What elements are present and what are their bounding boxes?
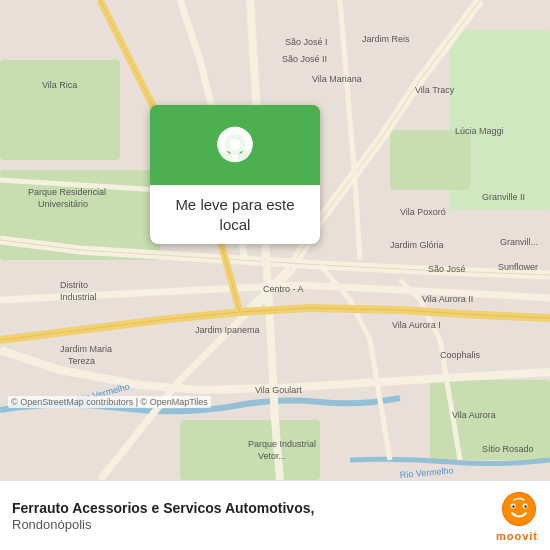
- svg-rect-1: [0, 60, 120, 160]
- popup-icon-area: [150, 105, 320, 185]
- place-city: Rondonópolis: [12, 517, 496, 532]
- svg-text:Vila Goulart: Vila Goulart: [255, 385, 302, 395]
- moovit-brand-text: moovit: [496, 530, 538, 542]
- svg-text:Sunflower: Sunflower: [498, 262, 538, 272]
- svg-text:Sítio Rosado: Sítio Rosado: [482, 444, 534, 454]
- svg-text:São José: São José: [428, 264, 466, 274]
- svg-text:Centro - A: Centro - A: [263, 284, 304, 294]
- svg-text:Distrito: Distrito: [60, 280, 88, 290]
- svg-text:São José II: São José II: [282, 54, 327, 64]
- moovit-face-icon: [500, 490, 538, 528]
- svg-text:Jardim Glória: Jardim Glória: [390, 240, 444, 250]
- svg-rect-5: [180, 420, 320, 480]
- location-pin-icon: [211, 125, 259, 173]
- svg-text:Vila Aurora II: Vila Aurora II: [422, 294, 473, 304]
- copyright-text: © OpenStreetMap contributors | © OpenMap…: [8, 396, 211, 408]
- svg-text:Vila Aurora: Vila Aurora: [452, 410, 496, 420]
- svg-text:Vila Mariana: Vila Mariana: [312, 74, 362, 84]
- moovit-logo: moovit: [496, 490, 538, 542]
- svg-text:Granvill...: Granvill...: [500, 237, 538, 247]
- svg-text:Vila Rica: Vila Rica: [42, 80, 77, 90]
- svg-point-48: [524, 505, 526, 507]
- svg-text:Vila Poxoró: Vila Poxoró: [400, 207, 446, 217]
- svg-point-47: [512, 505, 514, 507]
- popup-label[interactable]: Me leve para este local: [150, 185, 320, 244]
- svg-text:Coophalis: Coophalis: [440, 350, 481, 360]
- map-container[interactable]: São José I Jardim Reis São José II Vila …: [0, 0, 550, 480]
- svg-text:Parque Residencial: Parque Residencial: [28, 187, 106, 197]
- place-name: Ferrauto Acessorios e Servicos Automotiv…: [12, 499, 496, 517]
- svg-text:Granville II: Granville II: [482, 192, 525, 202]
- svg-text:Lúcia Maggi: Lúcia Maggi: [455, 126, 504, 136]
- svg-text:Vetor...: Vetor...: [258, 451, 286, 461]
- popup[interactable]: Me leve para este local: [150, 105, 320, 244]
- svg-text:Vila Tracy: Vila Tracy: [415, 85, 455, 95]
- svg-text:Parque Industrial: Parque Industrial: [248, 439, 316, 449]
- svg-text:Industrial: Industrial: [60, 292, 97, 302]
- place-info: Ferrauto Acessorios e Servicos Automotiv…: [12, 499, 496, 532]
- bottom-bar: Ferrauto Acessorios e Servicos Automotiv…: [0, 480, 550, 550]
- svg-text:Vila Aurora I: Vila Aurora I: [392, 320, 441, 330]
- svg-text:Universitário: Universitário: [38, 199, 88, 209]
- svg-text:Jardim Ipanema: Jardim Ipanema: [195, 325, 260, 335]
- svg-rect-4: [390, 130, 470, 190]
- svg-text:São José I: São José I: [285, 37, 328, 47]
- svg-text:Jardim Reis: Jardim Reis: [362, 34, 410, 44]
- svg-text:Tereza: Tereza: [68, 356, 95, 366]
- svg-text:Jardim Maria: Jardim Maria: [60, 344, 112, 354]
